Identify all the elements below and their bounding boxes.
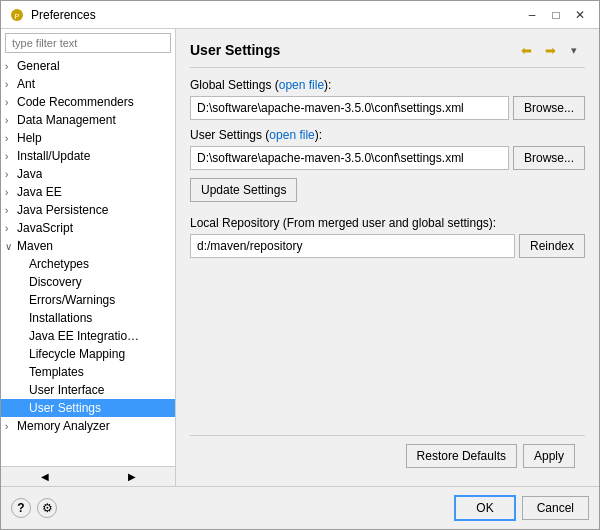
restore-defaults-button[interactable]: Restore Defaults: [406, 444, 517, 468]
app-icon: P: [9, 7, 25, 23]
dialog-actions: ? ⚙ OK Cancel: [1, 486, 599, 529]
scroll-right-button[interactable]: ▶: [88, 467, 175, 486]
user-browse-button[interactable]: Browse...: [513, 146, 585, 170]
global-settings-input[interactable]: [190, 96, 509, 120]
sidebar-item-java-ee-integration[interactable]: Java EE Integratio…: [1, 327, 175, 345]
sidebar-item-data-management[interactable]: › Data Management: [1, 111, 175, 129]
window-controls: – □ ✕: [521, 6, 591, 24]
sidebar-scroll-arrows: ◀ ▶: [1, 466, 175, 486]
sidebar-item-label: User Interface: [29, 383, 104, 397]
sidebar-item-label: Install/Update: [17, 149, 90, 163]
sidebar-item-ant[interactable]: › Ant: [1, 75, 175, 93]
sidebar-item-discovery[interactable]: Discovery: [1, 273, 175, 291]
scroll-left-button[interactable]: ◀: [1, 467, 88, 486]
sidebar-item-memory-analyzer[interactable]: › Memory Analyzer: [1, 417, 175, 435]
sidebar-item-user-interface[interactable]: User Interface: [1, 381, 175, 399]
sidebar-item-java[interactable]: › Java: [1, 165, 175, 183]
local-repo-input[interactable]: [190, 234, 515, 258]
toolbar-icons: ⬅ ➡ ▾: [515, 39, 585, 61]
sidebar-item-errors-warnings[interactable]: Errors/Warnings: [1, 291, 175, 309]
preferences-window: P Preferences – □ ✕ › General › Ant: [0, 0, 600, 530]
user-settings-input[interactable]: [190, 146, 509, 170]
back-icon: ⬅: [521, 43, 532, 58]
arrow-icon: ›: [5, 151, 17, 162]
apply-button[interactable]: Apply: [523, 444, 575, 468]
help-button[interactable]: ?: [11, 498, 31, 518]
sidebar-item-maven[interactable]: ∨ Maven: [1, 237, 175, 255]
maximize-button[interactable]: □: [545, 6, 567, 24]
sidebar-item-install-update[interactable]: › Install/Update: [1, 147, 175, 165]
sidebar-item-label: JavaScript: [17, 221, 73, 235]
sidebar-item-label: Ant: [17, 77, 35, 91]
sidebar-item-label: Installations: [29, 311, 92, 325]
local-repo-row: Reindex: [190, 234, 585, 258]
close-button[interactable]: ✕: [569, 6, 591, 24]
sidebar-item-label: Discovery: [29, 275, 82, 289]
forward-button[interactable]: ➡: [539, 39, 561, 61]
sidebar-item-label: Data Management: [17, 113, 116, 127]
svg-text:P: P: [14, 11, 19, 20]
sidebar: › General › Ant › Code Recommenders › Da…: [1, 29, 176, 486]
dropdown-icon: ▾: [571, 44, 577, 57]
sidebar-item-user-settings[interactable]: User Settings: [1, 399, 175, 417]
user-settings-label: User Settings (open file):: [190, 128, 585, 142]
arrow-icon: ›: [5, 115, 17, 126]
forward-icon: ➡: [545, 43, 556, 58]
update-settings-container: Update Settings: [190, 178, 585, 202]
dropdown-button[interactable]: ▾: [563, 39, 585, 61]
global-browse-button[interactable]: Browse...: [513, 96, 585, 120]
sidebar-item-code-recommenders[interactable]: › Code Recommenders: [1, 93, 175, 111]
sidebar-item-label: Errors/Warnings: [29, 293, 115, 307]
main-panel: User Settings ⬅ ➡ ▾ Global Settings (ope…: [176, 29, 599, 486]
ok-button[interactable]: OK: [454, 495, 515, 521]
back-button[interactable]: ⬅: [515, 39, 537, 61]
sidebar-item-label: Lifecycle Mapping: [29, 347, 125, 361]
page-title: User Settings: [190, 42, 515, 58]
arrow-icon: ›: [5, 79, 17, 90]
sidebar-item-archetypes[interactable]: Archetypes: [1, 255, 175, 273]
sidebar-item-label: General: [17, 59, 60, 73]
arrow-icon: ›: [5, 169, 17, 180]
preferences-icon-button[interactable]: ⚙: [37, 498, 57, 518]
arrow-icon: ›: [5, 205, 17, 216]
arrow-icon: ›: [5, 223, 17, 234]
sidebar-item-label: Help: [17, 131, 42, 145]
local-repo-label: Local Repository (From merged user and g…: [190, 216, 585, 230]
update-settings-button[interactable]: Update Settings: [190, 178, 297, 202]
tree: › General › Ant › Code Recommenders › Da…: [1, 57, 175, 466]
sidebar-item-general[interactable]: › General: [1, 57, 175, 75]
reindex-button[interactable]: Reindex: [519, 234, 585, 258]
sidebar-item-javascript[interactable]: › JavaScript: [1, 219, 175, 237]
sidebar-item-java-persistence[interactable]: › Java Persistence: [1, 201, 175, 219]
user-settings-link[interactable]: open file: [269, 128, 314, 142]
sidebar-item-label: Java Persistence: [17, 203, 108, 217]
sidebar-item-java-ee[interactable]: › Java EE: [1, 183, 175, 201]
main-header: User Settings ⬅ ➡ ▾: [190, 39, 585, 68]
global-settings-link[interactable]: open file: [279, 78, 324, 92]
sidebar-item-label: Java EE Integratio…: [29, 329, 139, 343]
minimize-button[interactable]: –: [521, 6, 543, 24]
sidebar-item-installations[interactable]: Installations: [1, 309, 175, 327]
arrow-icon: ›: [5, 97, 17, 108]
sidebar-item-label: Maven: [17, 239, 53, 253]
bottom-bar: Restore Defaults Apply: [190, 435, 585, 476]
global-settings-row: Browse...: [190, 96, 585, 120]
sidebar-item-templates[interactable]: Templates: [1, 363, 175, 381]
arrow-icon: ∨: [5, 241, 17, 252]
user-settings-row: Browse...: [190, 146, 585, 170]
sidebar-item-label: Java EE: [17, 185, 62, 199]
global-settings-label: Global Settings (open file):: [190, 78, 585, 92]
sidebar-item-label: User Settings: [29, 401, 101, 415]
sidebar-item-help[interactable]: › Help: [1, 129, 175, 147]
sidebar-item-label: Templates: [29, 365, 84, 379]
sidebar-item-lifecycle-mapping[interactable]: Lifecycle Mapping: [1, 345, 175, 363]
arrow-icon: ›: [5, 421, 17, 432]
cancel-button[interactable]: Cancel: [522, 496, 589, 520]
filter-input[interactable]: [5, 33, 171, 53]
arrow-icon: ›: [5, 133, 17, 144]
sidebar-item-label: Code Recommenders: [17, 95, 134, 109]
titlebar: P Preferences – □ ✕: [1, 1, 599, 29]
window-title: Preferences: [31, 8, 521, 22]
sidebar-item-label: Java: [17, 167, 42, 181]
sidebar-item-label: Archetypes: [29, 257, 89, 271]
